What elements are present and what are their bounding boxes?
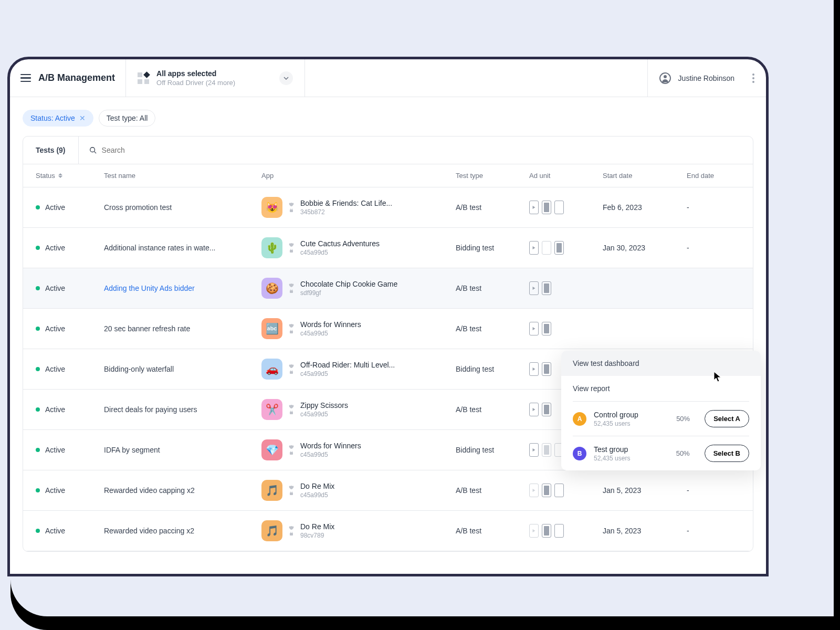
- col-end-date[interactable]: End date: [687, 172, 740, 180]
- status-label: Active: [45, 365, 65, 373]
- app-window: A/B Management All apps selected Off Roa…: [7, 57, 769, 576]
- test-name: Rewarded video paccing x2: [104, 527, 261, 535]
- apple-icon: [289, 363, 294, 369]
- status-label: Active: [45, 244, 65, 252]
- filter-chip-test-type[interactable]: Test type: All: [99, 110, 156, 127]
- android-icon: [289, 491, 294, 496]
- status-dot-icon: [36, 327, 40, 331]
- app-cell: 😻 Bobbie & Friends: Cat Life... 345b872: [261, 197, 456, 218]
- col-test-type[interactable]: Test type: [456, 172, 529, 180]
- status-label: Active: [45, 324, 65, 333]
- app-cell: 🌵 Cute Cactus Adventures c45a99d5: [261, 237, 456, 258]
- app-icon: 🎵: [261, 480, 282, 501]
- col-test-name[interactable]: Test name: [104, 172, 261, 180]
- close-icon[interactable]: ✕: [79, 114, 86, 122]
- app-selector-title: All apps selected: [156, 69, 235, 78]
- svg-point-0: [90, 148, 94, 152]
- app-selector[interactable]: All apps selected Off Road Driver (24 mo…: [125, 59, 305, 97]
- status-cell: Active: [36, 244, 104, 252]
- start-date: Feb 6, 2023: [603, 203, 687, 212]
- ad-unit-icon: [529, 524, 539, 538]
- ad-unit-icon: [542, 322, 551, 335]
- app-id: c45a99d5: [300, 249, 380, 256]
- test-type: A/B test: [456, 324, 529, 333]
- app-name: Cute Cactus Adventures: [300, 239, 380, 248]
- ad-unit-icon: [529, 201, 539, 214]
- android-icon: [289, 329, 294, 334]
- menu-view-report[interactable]: View report: [561, 376, 761, 401]
- col-ad-unit[interactable]: Ad unit: [529, 172, 603, 180]
- svg-point-28: [292, 532, 292, 532]
- app-cell: 🎵 Do Re Mix c45a99d5: [261, 480, 456, 501]
- test-type: A/B test: [456, 284, 529, 292]
- status-label: Active: [45, 486, 65, 495]
- menu-icon[interactable]: [20, 74, 31, 82]
- group-row: B Test group 52,435 users 50% Select B: [573, 436, 749, 470]
- menu-view-dashboard[interactable]: View test dashboard: [561, 351, 761, 376]
- ad-units: [529, 524, 603, 538]
- sort-icon: [58, 173, 62, 178]
- svg-point-7: [292, 249, 292, 249]
- test-type: A/B test: [456, 405, 529, 414]
- table-row[interactable]: Active Rewarded video capping x2 🎵 Do Re…: [23, 470, 753, 511]
- search-input[interactable]: [102, 146, 742, 154]
- svg-point-27: [290, 532, 291, 532]
- ad-unit-icon: [554, 241, 564, 255]
- ad-units: [529, 241, 603, 255]
- test-type: A/B test: [456, 527, 529, 535]
- select-group-button[interactable]: Select B: [705, 445, 749, 462]
- start-date: Jan 30, 2023: [603, 244, 687, 252]
- group-users: 52,435 users: [594, 420, 638, 427]
- user-avatar-icon[interactable]: [659, 72, 671, 84]
- col-start-date[interactable]: Start date: [603, 172, 687, 180]
- svg-rect-17: [290, 412, 293, 414]
- app-cell: ✂️ Zippy Scissors c45a99d5: [261, 399, 456, 420]
- status-cell: Active: [36, 284, 104, 292]
- test-type: Bidding test: [456, 244, 529, 252]
- svg-point-10: [292, 289, 292, 290]
- status-label: Active: [45, 446, 65, 454]
- android-icon: [289, 208, 294, 213]
- apple-icon: [289, 485, 294, 490]
- platform-icons: [289, 282, 294, 294]
- table-row[interactable]: Active Additional instance rates in wate…: [23, 228, 753, 268]
- table-row[interactable]: Active 20 sec banner refresh rate 🔤 Word…: [23, 309, 753, 349]
- svg-point-22: [292, 451, 292, 452]
- test-name[interactable]: Adding the Unity Ads bidder: [104, 284, 261, 292]
- filter-chip-status[interactable]: Status: Active ✕: [23, 110, 93, 127]
- select-group-button[interactable]: Select A: [705, 410, 749, 427]
- col-status[interactable]: Status: [36, 172, 104, 180]
- svg-point-3: [290, 208, 291, 209]
- col-app[interactable]: App: [261, 172, 456, 180]
- android-icon: [289, 410, 294, 415]
- apple-icon: [289, 202, 294, 207]
- svg-rect-8: [290, 290, 293, 293]
- end-date: -: [687, 486, 740, 495]
- apple-icon: [289, 242, 294, 247]
- ad-units: [529, 281, 603, 295]
- svg-rect-23: [290, 492, 293, 495]
- app-id: c45a99d5: [300, 491, 334, 499]
- platform-icons: [289, 444, 294, 456]
- ad-units: [529, 484, 603, 497]
- ad-unit-icon: [529, 241, 539, 255]
- tab-tests[interactable]: Tests (9): [23, 136, 79, 164]
- svg-point-12: [290, 330, 291, 330]
- kebab-menu-icon[interactable]: [752, 74, 754, 83]
- group-row: A Control group 52,435 users 50% Select …: [573, 401, 749, 436]
- group-badge-icon: A: [573, 412, 586, 426]
- ad-unit-icon: [542, 362, 551, 376]
- chevron-down-icon[interactable]: [279, 71, 293, 85]
- table-row[interactable]: Active Cross promotion test 😻 Bobbie & F…: [23, 187, 753, 228]
- svg-rect-20: [290, 452, 293, 455]
- group-percent: 50%: [676, 415, 690, 423]
- app-name: Off-Road Rider: Multi Level...: [300, 361, 395, 369]
- app-id: c45a99d5: [300, 451, 361, 458]
- group-name: Test group: [594, 445, 630, 454]
- table-row[interactable]: Active Rewarded video paccing x2 🎵 Do Re…: [23, 511, 753, 551]
- table-row[interactable]: Active Adding the Unity Ads bidder 🍪 Cho…: [23, 268, 753, 309]
- status-cell: Active: [36, 324, 104, 333]
- end-date: -: [687, 203, 740, 212]
- user-name: Justine Robinson: [678, 74, 734, 82]
- test-name: 20 sec banner refresh rate: [104, 324, 261, 333]
